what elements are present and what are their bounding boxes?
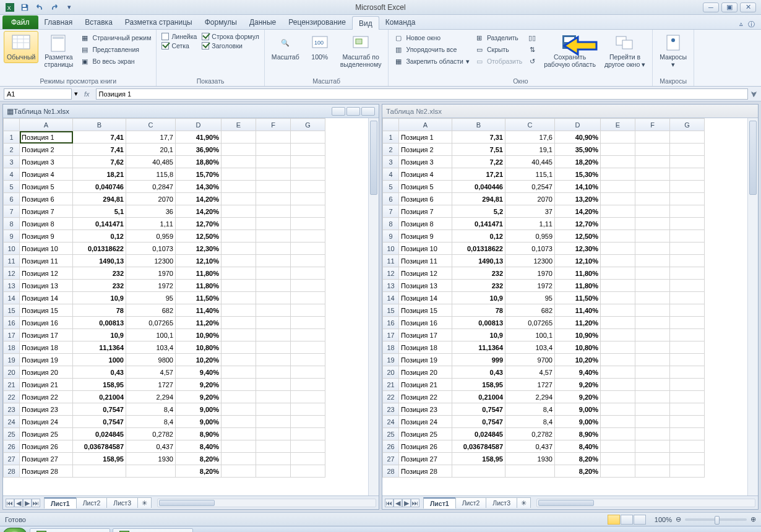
cell[interactable] (221, 242, 256, 255)
cell[interactable] (221, 391, 256, 403)
name-box[interactable]: A1 (4, 88, 72, 100)
cell[interactable]: 14,10% (555, 181, 601, 193)
cell[interactable] (291, 205, 325, 218)
cell[interactable] (601, 465, 635, 478)
cell[interactable]: Позиция 21 (399, 379, 452, 391)
row-header[interactable]: 18 (4, 341, 20, 354)
cell[interactable]: 95 (505, 292, 555, 304)
row-header[interactable]: 17 (383, 329, 399, 341)
cell[interactable] (221, 193, 256, 205)
cell[interactable] (221, 329, 256, 341)
cell[interactable]: 9,40% (176, 366, 221, 379)
cell[interactable] (291, 391, 325, 403)
cell[interactable]: 36 (126, 205, 176, 218)
cell[interactable] (670, 193, 705, 205)
cell[interactable] (635, 465, 670, 478)
tab-prev[interactable]: ◀ (14, 499, 23, 507)
cell[interactable] (601, 255, 635, 267)
cell[interactable]: Позиция 14 (399, 292, 452, 304)
cell[interactable]: 0,959 (126, 230, 176, 242)
cell[interactable] (221, 218, 256, 230)
cell[interactable] (635, 292, 670, 304)
cell[interactable]: 40,90% (555, 131, 601, 144)
fx-icon[interactable]: fx (80, 90, 93, 98)
cell[interactable]: 40,485 (126, 156, 176, 168)
cell[interactable] (635, 354, 670, 366)
cell[interactable]: Позиция 6 (20, 193, 73, 205)
cell[interactable] (221, 440, 256, 453)
cell[interactable] (221, 168, 256, 181)
cell[interactable] (256, 168, 291, 181)
cell[interactable] (256, 416, 291, 428)
cell[interactable]: 682 (126, 304, 176, 317)
col-header[interactable]: E (601, 119, 635, 131)
cell[interactable]: Позиция 25 (399, 428, 452, 440)
row-header[interactable]: 4 (4, 168, 20, 181)
cell[interactable] (291, 181, 325, 193)
cell[interactable]: 158,95 (452, 453, 505, 465)
cell[interactable]: 40,445 (505, 156, 555, 168)
cell[interactable]: 12,30% (176, 242, 221, 255)
cell[interactable] (601, 156, 635, 168)
cell[interactable] (291, 453, 325, 465)
cell[interactable]: 4,57 (126, 366, 176, 379)
row-header[interactable]: 27 (383, 453, 399, 465)
cell[interactable]: 17,7 (126, 131, 176, 144)
doc1-maximize[interactable] (346, 107, 360, 116)
cell[interactable] (256, 181, 291, 193)
row-header[interactable]: 16 (4, 317, 20, 329)
cell[interactable]: 11,80% (555, 267, 601, 280)
row-header[interactable]: 7 (383, 205, 399, 218)
cell[interactable] (221, 280, 256, 292)
cell[interactable] (635, 205, 670, 218)
cell[interactable]: 0,07265 (505, 317, 555, 329)
cell[interactable] (291, 428, 325, 440)
row-header[interactable]: 11 (4, 255, 20, 267)
cell[interactable]: Позиция 12 (20, 267, 73, 280)
cell[interactable]: 12,30% (555, 242, 601, 255)
cell[interactable]: Позиция 17 (399, 329, 452, 341)
cell[interactable]: 1490,13 (452, 255, 505, 267)
sheet-tab-3[interactable]: Лист3 (106, 497, 138, 508)
cell[interactable]: Позиция 9 (20, 230, 73, 242)
cell[interactable]: 9,00% (176, 416, 221, 428)
hide-button[interactable]: ▭Скрыть (473, 44, 523, 55)
formula-bar-checkbox[interactable]: Строка формул (200, 32, 260, 41)
formula-input[interactable]: Позиция 1 (96, 88, 748, 100)
cell[interactable] (256, 144, 291, 156)
cell[interactable]: 9,20% (555, 391, 601, 403)
cell[interactable]: Позиция 22 (399, 391, 452, 403)
cell[interactable]: 103,4 (126, 341, 176, 354)
cell[interactable]: 0,7547 (452, 403, 505, 416)
redo-icon[interactable] (48, 2, 61, 13)
cell[interactable] (635, 144, 670, 156)
cell[interactable]: 2070 (505, 193, 555, 205)
vscroll-2[interactable] (747, 118, 758, 496)
cell[interactable] (256, 465, 291, 478)
col-header[interactable]: B (452, 119, 505, 131)
sheet-tab-new[interactable]: ✳ (137, 497, 152, 508)
cell[interactable]: 10,80% (555, 341, 601, 354)
cell[interactable]: 12,70% (176, 218, 221, 230)
sheet-tab-2b[interactable]: Лист2 (455, 497, 487, 508)
cell[interactable]: 10,9 (73, 292, 126, 304)
hscroll-1[interactable] (157, 499, 376, 507)
sheet-tab-2[interactable]: Лист2 (76, 497, 108, 508)
cell[interactable] (601, 230, 635, 242)
sheet-tab-new-b[interactable]: ✳ (517, 497, 531, 508)
cell[interactable]: 10,20% (555, 354, 601, 366)
cell[interactable]: Позиция 11 (399, 255, 452, 267)
cell[interactable] (635, 341, 670, 354)
cell[interactable]: 232 (452, 267, 505, 280)
cell[interactable]: 11,80% (176, 280, 221, 292)
cell[interactable]: 9,20% (176, 391, 221, 403)
cell[interactable]: 13,20% (555, 193, 601, 205)
cell[interactable]: 0,21004 (73, 391, 126, 403)
cell[interactable]: 7,31 (452, 131, 505, 144)
cell[interactable]: 0,024845 (452, 428, 505, 440)
cell[interactable] (256, 354, 291, 366)
cell[interactable]: Позиция 26 (399, 440, 452, 453)
cell[interactable]: 12,50% (176, 230, 221, 242)
col-header[interactable]: A (20, 119, 73, 131)
cell[interactable] (635, 304, 670, 317)
